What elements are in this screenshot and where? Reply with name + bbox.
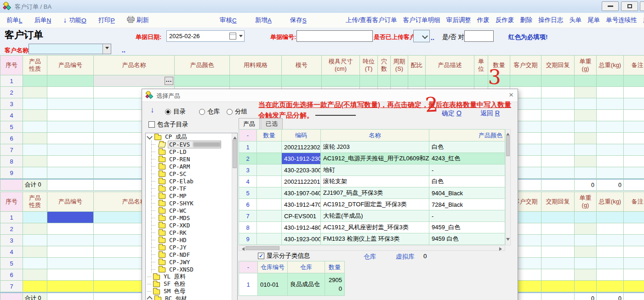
product-cell[interactable]: 430-1912-2300 <box>282 153 321 164</box>
product-cell[interactable]: 地钉 <box>321 164 429 176</box>
product-row[interactable]: 6430-1912-4700AC1912_DTOF固定盖_环保3类7284_Bl… <box>239 199 505 210</box>
grid-cell[interactable]: 5 <box>0 121 23 133</box>
grid-cell[interactable] <box>575 75 597 87</box>
product-cell[interactable]: 9 <box>239 233 257 245</box>
grid-cell[interactable]: 6 <box>0 133 23 144</box>
grid-cell[interactable] <box>597 156 624 167</box>
grid-cell[interactable] <box>23 133 47 144</box>
grid-cell[interactable] <box>47 98 94 110</box>
product-cell[interactable]: 大轮盖(半成品) <box>321 210 429 222</box>
grid-cell[interactable] <box>47 223 94 235</box>
restore-button[interactable] <box>621 1 638 11</box>
grid-cell[interactable] <box>541 167 575 179</box>
grid-cell[interactable]: 7 <box>0 144 23 156</box>
grid-cell[interactable] <box>23 110 47 121</box>
grid-cell[interactable] <box>23 269 47 281</box>
grid-cell[interactable] <box>597 110 624 121</box>
grid-cell[interactable] <box>597 246 624 258</box>
grid-cell[interactable] <box>624 144 644 156</box>
product-row[interactable]: 2430-1912-2300AC1912_电源开关推钮_用于ZL0609和ZL0… <box>239 153 505 164</box>
order-no-input[interactable] <box>296 30 373 42</box>
grid-cell[interactable] <box>597 75 624 87</box>
down-arrow-icon[interactable]: ↓ <box>150 106 154 115</box>
product-cell[interactable] <box>257 210 282 222</box>
grid-cell[interactable] <box>624 75 644 87</box>
grid-cell[interactable] <box>541 269 575 281</box>
grid-cell[interactable] <box>23 223 47 235</box>
grid-cell[interactable] <box>541 87 575 98</box>
product-cell[interactable] <box>257 142 282 153</box>
product-cell[interactable]: 430-2203-3000 <box>282 164 321 176</box>
grid-cell[interactable] <box>575 167 597 179</box>
show-subclass-checkbox[interactable]: ✓ 显示分子类信息 <box>258 252 310 260</box>
customer-dropdown-button[interactable] <box>103 44 111 54</box>
grid-cell[interactable] <box>597 281 624 292</box>
tree-item-CP-Elab[interactable]: CP-Elab <box>146 177 237 185</box>
scroll-thumb[interactable] <box>245 246 279 250</box>
grid-cell[interactable] <box>575 269 597 281</box>
tree-item-CP-WC[interactable]: CP-WC <box>146 207 237 214</box>
product-row[interactable]: 120021122302滚轮 J203白色 <box>239 142 505 153</box>
product-cell[interactable]: 430-1912-4801 <box>282 222 321 233</box>
tree-item-CP-XNSD[interactable]: CP-XNSD <box>146 266 237 273</box>
toolbar-link-2[interactable]: 审后调整 <box>446 16 471 24</box>
browse-button[interactable]: ... <box>165 77 173 85</box>
product-cell[interactable]: 白色 <box>429 176 505 187</box>
product-row[interactable]: 420021122201滚轮支架白色 <box>239 176 505 187</box>
grid-cell[interactable] <box>624 269 644 281</box>
grid-cell[interactable] <box>575 87 597 98</box>
grid-cell[interactable] <box>575 121 597 133</box>
grid-cell[interactable] <box>575 133 597 144</box>
product-cell[interactable]: 5 <box>239 187 257 199</box>
product-cell[interactable]: 430-1907-0400 <box>282 187 321 199</box>
grid-cell[interactable] <box>575 258 597 269</box>
grid-cell[interactable] <box>624 246 644 258</box>
grid-cell[interactable]: 9 <box>0 167 23 179</box>
grid-cell[interactable]: 1 <box>0 75 23 87</box>
product-row[interactable]: 5430-1907-0400ZJ1907_码盘_环保3类9404_Black <box>239 187 505 199</box>
scroll-thumb[interactable] <box>233 140 237 168</box>
warehouse-cell[interactable]: 良品成品仓 <box>288 273 325 296</box>
date-dropdown-icon[interactable] <box>239 35 243 39</box>
product-cell[interactable]: 9459 白色 <box>429 233 505 245</box>
grid-cell[interactable] <box>23 212 47 223</box>
grid-cell[interactable] <box>426 75 474 87</box>
tree-item-CP-XKD[interactable]: CP-XKD <box>146 221 237 229</box>
grid-cell[interactable] <box>624 212 644 223</box>
grid-cell[interactable] <box>282 75 322 87</box>
grid-cell[interactable] <box>541 235 575 246</box>
tree-item-SF-色粉[interactable]: SF 色粉 <box>146 280 237 288</box>
product-cell[interactable]: 9404_Black <box>429 187 505 199</box>
toolbar-button-4[interactable]: 刷新 <box>127 16 149 24</box>
tree-item-CP-SHYK[interactable]: CP-SHYK <box>146 199 237 207</box>
grid-cell[interactable] <box>23 98 47 110</box>
dialog-close-icon[interactable]: × <box>509 91 513 100</box>
uploaded-more-button[interactable]: .. <box>431 34 434 41</box>
product-table-hscrollbar[interactable] <box>239 245 505 251</box>
product-table-vscrollbar[interactable] <box>505 129 511 245</box>
product-cell[interactable]: 1 <box>239 142 257 153</box>
product-cell[interactable]: 4243_红色 <box>429 153 505 164</box>
grid-cell[interactable] <box>23 246 47 258</box>
grid-cell[interactable] <box>47 235 94 246</box>
ok-button[interactable]: 确定 O <box>442 109 462 118</box>
calendar-icon[interactable] <box>229 33 236 40</box>
product-cell[interactable]: 20021122302 <box>282 142 321 153</box>
tree-item-CP-LD[interactable]: CP-LD <box>146 148 237 155</box>
grid-cell[interactable] <box>597 133 624 144</box>
product-cell[interactable]: 430-1912-4700 <box>282 199 321 210</box>
grid-cell[interactable]: ... <box>94 75 175 87</box>
grid-cell[interactable] <box>47 281 94 292</box>
product-cell[interactable] <box>257 164 282 176</box>
tree-item-CP-TF[interactable]: CP-TF <box>146 185 237 192</box>
grid-cell[interactable]: 4 <box>0 110 23 121</box>
product-cell[interactable]: - <box>429 210 505 222</box>
grid-cell[interactable] <box>575 156 597 167</box>
tree-item-BC-包材[interactable]: BC 包材 <box>146 295 237 300</box>
grid-cell[interactable] <box>23 121 47 133</box>
grid-cell[interactable] <box>47 258 94 269</box>
grid-cell[interactable] <box>391 75 408 87</box>
grid-cell[interactable] <box>47 87 94 98</box>
product-cell[interactable] <box>257 199 282 210</box>
product-row[interactable]: 9430-1923-0000FM1923 检测仪上盖 环保3类9459 白色 <box>239 233 505 245</box>
